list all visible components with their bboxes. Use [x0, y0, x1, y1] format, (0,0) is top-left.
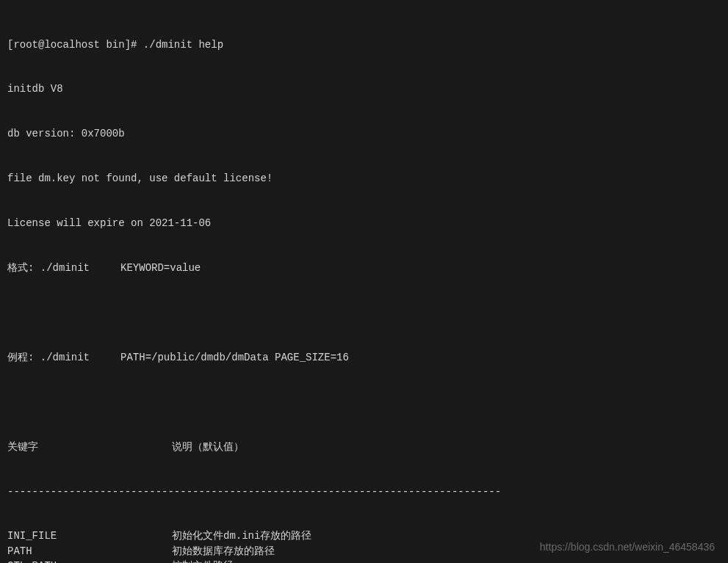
keyword-description: 初始化文件dm.ini存放的路径	[172, 529, 721, 543]
keyword-description: 控制文件路径	[172, 559, 721, 563]
example-line: 例程: ./dminit PATH=/public/dmdb/dmData PA…	[7, 350, 721, 365]
table-header-description: 说明（默认值）	[172, 440, 721, 454]
separator-line: ----------------------------------------…	[7, 484, 721, 499]
db-version-line: db version: 0x7000b	[7, 126, 721, 141]
keyword-row: PATH初始数据库存放的路径	[7, 544, 721, 559]
keyword-rows-container: INI_FILE初始化文件dm.ini存放的路径PATH初始数据库存放的路径CT…	[7, 529, 721, 563]
table-header-row: 关键字 说明（默认值）	[7, 440, 721, 454]
format-line: 格式: ./dminit KEYWORD=value	[7, 261, 721, 275]
keyword-name: PATH	[7, 544, 172, 559]
table-header-keyword: 关键字	[7, 440, 172, 454]
keyword-description: 初始数据库存放的路径	[172, 544, 721, 559]
prompt-line: [root@localhost bin]# ./dminit help	[7, 37, 721, 52]
keyword-name: INI_FILE	[7, 529, 172, 543]
keyword-row: CTL_PATH控制文件路径	[7, 559, 721, 563]
license-warn-line: file dm.key not found, use default licen…	[7, 171, 721, 186]
blank-line	[7, 395, 721, 410]
license-expire-line: License will expire on 2021-11-06	[7, 216, 721, 230]
terminal-output: [root@localhost bin]# ./dminit help init…	[7, 7, 721, 563]
initdb-line: initdb V8	[7, 81, 721, 96]
keyword-name: CTL_PATH	[7, 559, 172, 563]
blank-line	[7, 305, 721, 320]
keyword-row: INI_FILE初始化文件dm.ini存放的路径	[7, 529, 721, 543]
